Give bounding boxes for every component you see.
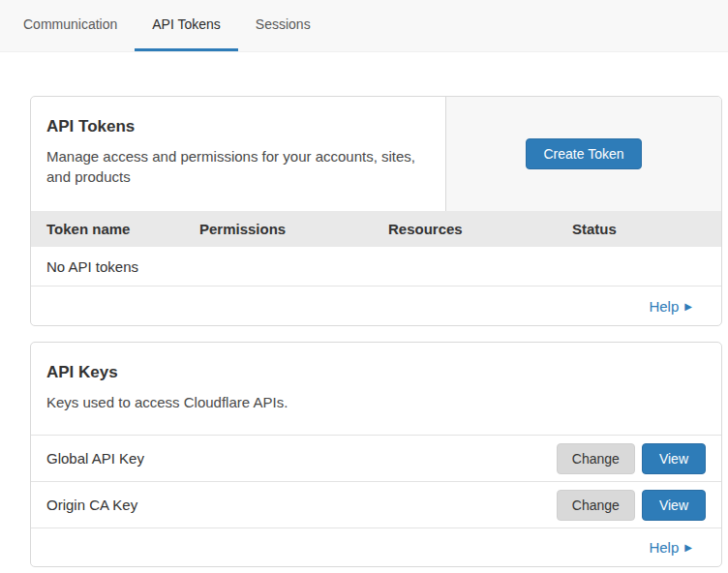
api-keys-card: API Keys Keys used to access Cloudflare … [30, 342, 722, 567]
tokens-help-label: Help [649, 298, 679, 315]
keys-help-link[interactable]: Help ▶ [649, 539, 692, 556]
column-header-permissions: Permissions [199, 221, 388, 237]
key-name-label: Origin CA Key [46, 497, 557, 513]
help-arrow-icon: ▶ [684, 542, 692, 553]
column-header-status: Status [572, 221, 721, 237]
api-tokens-card: API Tokens Manage access and permissions… [30, 96, 722, 326]
tokens-empty-message: No API tokens [31, 247, 721, 286]
tab-sessions[interactable]: Sessions [238, 0, 328, 51]
change-global-api-key-button[interactable]: Change [557, 443, 635, 474]
api-tokens-card-header-text: API Tokens Manage access and permissions… [31, 97, 445, 211]
help-arrow-icon: ▶ [684, 301, 692, 312]
view-origin-ca-key-button[interactable]: View [642, 490, 706, 521]
tab-api-tokens[interactable]: API Tokens [135, 0, 238, 51]
change-origin-ca-key-button[interactable]: Change [557, 490, 635, 521]
column-header-resources: Resources [388, 221, 572, 237]
tab-bar: Communication API Tokens Sessions [0, 0, 728, 52]
key-row-origin-ca-key: Origin CA Key Change View [31, 481, 721, 528]
tokens-table-header: Token name Permissions Resources Status [31, 211, 721, 247]
api-keys-title: API Keys [46, 363, 706, 382]
api-tokens-title: API Tokens [46, 117, 430, 136]
column-header-token-name: Token name [31, 221, 199, 237]
keys-card-footer: Help ▶ [31, 528, 721, 566]
tokens-help-link[interactable]: Help ▶ [649, 298, 692, 315]
api-tokens-card-header: API Tokens Manage access and permissions… [31, 97, 721, 211]
key-actions: Change View [557, 443, 706, 474]
tokens-card-footer: Help ▶ [31, 286, 721, 325]
key-row-global-api-key: Global API Key Change View [31, 435, 721, 481]
page-content: API Tokens Manage access and permissions… [30, 96, 722, 567]
create-token-button[interactable]: Create Token [526, 138, 641, 169]
keys-help-label: Help [649, 539, 679, 556]
tab-communication[interactable]: Communication [6, 0, 135, 51]
api-tokens-description: Manage access and permissions for your a… [46, 146, 430, 187]
key-name-label: Global API Key [46, 450, 557, 467]
key-actions: Change View [557, 490, 706, 521]
api-keys-description: Keys used to access Cloudflare APIs. [46, 392, 706, 412]
api-keys-card-header: API Keys Keys used to access Cloudflare … [31, 343, 721, 435]
view-global-api-key-button[interactable]: View [642, 443, 706, 474]
api-tokens-action-panel: Create Token [445, 97, 721, 211]
